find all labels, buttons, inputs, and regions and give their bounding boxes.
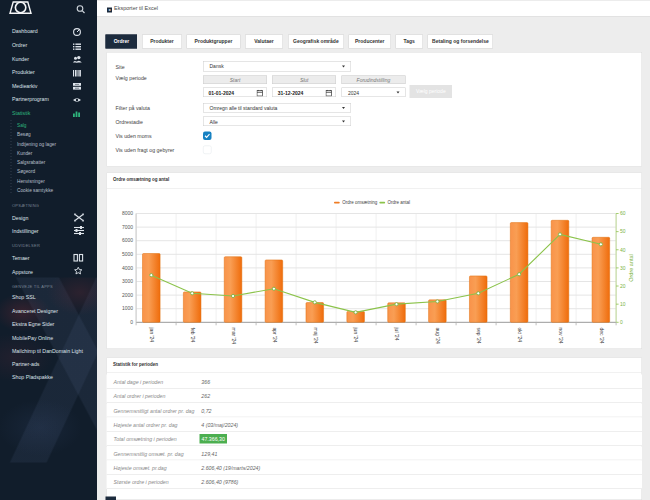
svg-text:5000: 5000 bbox=[122, 251, 133, 257]
svg-text:7000: 7000 bbox=[122, 224, 133, 230]
svg-text:nov '24: nov '24 bbox=[558, 328, 564, 344]
svg-text:50: 50 bbox=[620, 228, 626, 234]
svg-text:sep '24: sep '24 bbox=[476, 328, 482, 344]
svg-text:apr '24: apr '24 bbox=[272, 328, 278, 343]
svg-text:2000: 2000 bbox=[122, 292, 133, 298]
svg-text:0: 0 bbox=[620, 319, 623, 325]
svg-text:mar '24: mar '24 bbox=[231, 328, 237, 345]
svg-text:10: 10 bbox=[620, 301, 626, 307]
svg-text:dec '24: dec '24 bbox=[599, 328, 605, 344]
svg-text:0: 0 bbox=[130, 319, 133, 325]
svg-text:aug '24: aug '24 bbox=[435, 328, 441, 344]
svg-text:Ordre antal: Ordre antal bbox=[388, 200, 411, 205]
svg-text:60: 60 bbox=[620, 210, 626, 216]
svg-text:Ordre antal: Ordre antal bbox=[628, 254, 634, 282]
svg-text:okt '24: okt '24 bbox=[517, 328, 523, 343]
svg-text:20: 20 bbox=[620, 283, 626, 289]
svg-text:Ordre omsætning: Ordre omsætning bbox=[342, 200, 378, 205]
svg-text:feb '24: feb '24 bbox=[190, 328, 196, 343]
svg-text:3000: 3000 bbox=[122, 278, 133, 284]
svg-text:maj '24: maj '24 bbox=[313, 328, 319, 344]
svg-text:6000: 6000 bbox=[122, 237, 133, 243]
svg-text:1000: 1000 bbox=[122, 305, 133, 311]
svg-text:jan '24: jan '24 bbox=[149, 327, 155, 343]
svg-text:jun '24: jun '24 bbox=[353, 327, 359, 343]
svg-text:30: 30 bbox=[620, 265, 626, 271]
svg-text:8000: 8000 bbox=[122, 210, 133, 216]
svg-text:4000: 4000 bbox=[122, 265, 133, 271]
svg-text:jul '24: jul '24 bbox=[394, 327, 400, 341]
svg-text:40: 40 bbox=[620, 247, 626, 253]
